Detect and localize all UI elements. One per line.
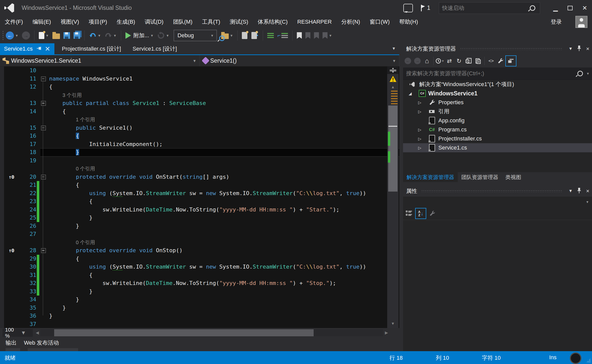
codelens-row[interactable]: 0 个引用	[0, 165, 399, 173]
tree-item-service1-cs[interactable]: ▷Service1.cs	[403, 143, 592, 152]
scrollbar-thumb[interactable]	[54, 329, 314, 336]
pin-icon[interactable]	[37, 46, 41, 52]
code-line[interactable]: 37	[0, 320, 399, 328]
preview-selected-items-toggle[interactable]	[505, 55, 516, 66]
toggle-bookmark-button[interactable]	[295, 29, 304, 42]
code-line[interactable]: 31 {	[0, 271, 399, 279]
code-line[interactable]: 24 sw.WriteLine(DateTime.Now.ToString("y…	[0, 206, 399, 214]
collapse-region-box[interactable]	[41, 248, 46, 253]
menu-item[interactable]: 编辑(E)	[28, 16, 56, 28]
sync-with-active-document-button[interactable]: ⇄	[445, 56, 454, 66]
tab-web-publish-activity[interactable]: Web 发布活动	[24, 339, 59, 347]
attach-debugger-button[interactable]: 附加...▼	[124, 29, 155, 42]
code-line[interactable]: 18 }	[0, 148, 399, 157]
collapse-region-box[interactable]	[41, 77, 46, 81]
menu-item[interactable]: 调试(D)	[140, 16, 168, 28]
menu-item[interactable]: 分析(N)	[337, 16, 365, 28]
restart-button[interactable]: ▼	[155, 29, 171, 42]
override-gutter-icon[interactable]: ↑0	[9, 246, 14, 255]
tree-item--[interactable]: ▷引用	[403, 107, 592, 116]
code-line[interactable]: 34 }	[0, 296, 399, 304]
collapse-region-box[interactable]	[41, 101, 46, 106]
code-line[interactable]: 21 {	[0, 181, 399, 189]
menu-item[interactable]: 视图(V)	[56, 16, 84, 28]
next-bookmark-button[interactable]	[312, 29, 321, 42]
vertical-scrollbar[interactable]: ▲ ▼	[387, 66, 399, 328]
home-icon[interactable]: ⌂	[422, 56, 432, 66]
code-line[interactable]: ↑020 protected override void OnStart(str…	[0, 173, 399, 181]
tab-list-dropdown-icon[interactable]: ▼	[392, 46, 396, 51]
quick-launch-box[interactable]: 快速启动	[439, 2, 540, 14]
code-line[interactable]: 27	[0, 230, 399, 238]
code-editor[interactable]: 1011namespace WindowsService112{3 个引用13 …	[0, 66, 399, 328]
edit-in-editor-button[interactable]	[250, 29, 260, 42]
close-icon[interactable]: ✕	[583, 189, 592, 194]
open-file-button[interactable]	[51, 29, 62, 42]
code-line[interactable]: 26 }	[0, 222, 399, 230]
document-tab[interactable]: ProjectInstaller.cs [设计]	[58, 43, 125, 54]
menu-item[interactable]: 文件(F)	[0, 16, 28, 28]
minimize-button[interactable]: ▁	[548, 3, 563, 14]
show-all-files-button[interactable]	[473, 56, 483, 66]
collapsed-arrow-icon[interactable]: ▷	[418, 109, 421, 114]
menu-item[interactable]: 项目(P)	[84, 16, 112, 28]
code-line[interactable]: 33 }	[0, 287, 399, 296]
code-line[interactable]: 25 }	[0, 214, 399, 222]
horizontal-scrollbar[interactable]	[40, 329, 383, 336]
resharper-status-icon[interactable]	[570, 352, 581, 364]
zoom-level-dropdown[interactable]: 100 %▼	[3, 329, 33, 337]
code-line[interactable]: 14 {	[0, 107, 399, 116]
window-position-dropdown-icon[interactable]: ▼	[566, 46, 575, 51]
code-line[interactable]: 32 sw.WriteLine(DateTime.Now.ToString("y…	[0, 279, 399, 287]
collapsed-arrow-icon[interactable]: ▷	[418, 136, 421, 141]
code-line[interactable]: 23 {	[0, 197, 399, 206]
tree-item-windowsservice1[interactable]: ◢C#WindowsService1	[403, 89, 592, 98]
collapsed-arrow-icon[interactable]: ▷	[418, 145, 421, 150]
code-line[interactable]: 13 public partial class Service1 : Servi…	[0, 99, 399, 107]
forward-button[interactable]: →	[413, 56, 422, 66]
scrollbar-thumb[interactable]	[388, 105, 398, 192]
select-container-button[interactable]	[240, 29, 250, 42]
window-position-dropdown-icon[interactable]: ▼	[566, 189, 575, 194]
code-line[interactable]: 19	[0, 157, 399, 165]
solution-configurations-dropdown[interactable]: Debug▼	[174, 30, 217, 41]
menu-item[interactable]: 工具(T)	[197, 16, 225, 28]
pin-icon[interactable]	[575, 188, 583, 195]
codelens-row[interactable]: 1 个引用	[0, 116, 399, 124]
codelens-row[interactable]: 3 个引用	[0, 91, 399, 99]
pin-icon[interactable]	[575, 46, 583, 52]
panel-grip[interactable]	[460, 48, 562, 50]
scroll-right-icon[interactable]: ▶	[385, 330, 388, 335]
redo-button[interactable]: ▼	[103, 29, 118, 42]
tool-tab-解决方案资源管理器[interactable]: 解决方案资源管理器	[403, 172, 458, 182]
code-line[interactable]: 35 }	[0, 304, 399, 312]
toolbar-grip[interactable]	[2, 30, 4, 41]
menu-item[interactable]: 测试(S)	[225, 16, 253, 28]
code-line[interactable]: 11namespace WindowsService1	[0, 75, 399, 83]
user-avatar[interactable]	[575, 16, 587, 28]
alphabetical-sort-button[interactable]: AZ↓	[415, 208, 426, 219]
resize-grip[interactable]	[585, 357, 591, 363]
uncomment-lines-button[interactable]: ⌐	[276, 29, 290, 42]
save-all-button[interactable]	[72, 29, 82, 42]
tree-item-program-cs[interactable]: ▷C#Program.cs	[403, 125, 592, 134]
categorized-view-button[interactable]	[404, 208, 414, 219]
menu-item[interactable]: RESHARPER	[292, 16, 337, 28]
navigate-forward-button[interactable]: →	[20, 29, 32, 42]
tree-item-app-config[interactable]: App.config	[403, 116, 592, 125]
code-line[interactable]: 29 {	[0, 255, 399, 263]
tree-item-properties[interactable]: ▷Properties	[403, 98, 592, 107]
tool-tab-类视图[interactable]: 类视图	[502, 172, 525, 182]
pending-changes-filter-button[interactable]: ▼	[435, 56, 445, 66]
properties-object-dropdown[interactable]: ▼	[403, 197, 592, 207]
collapse-all-button[interactable]	[464, 56, 473, 66]
search-icon[interactable]	[530, 5, 535, 11]
tree-item-projectinstaller-cs[interactable]: ▷ProjectInstaller.cs	[403, 134, 592, 143]
collapse-region-box[interactable]	[41, 126, 46, 130]
undo-button[interactable]: ▼	[87, 29, 103, 42]
collapsed-arrow-icon[interactable]: ▷	[418, 127, 421, 132]
codelens-references-link[interactable]: 3 个引用	[62, 91, 82, 99]
codelens-references-link[interactable]: 0 个引用	[76, 238, 95, 247]
new-file-button[interactable]: ▼	[37, 29, 51, 42]
document-tab[interactable]: Service1.cs✕	[0, 43, 54, 54]
